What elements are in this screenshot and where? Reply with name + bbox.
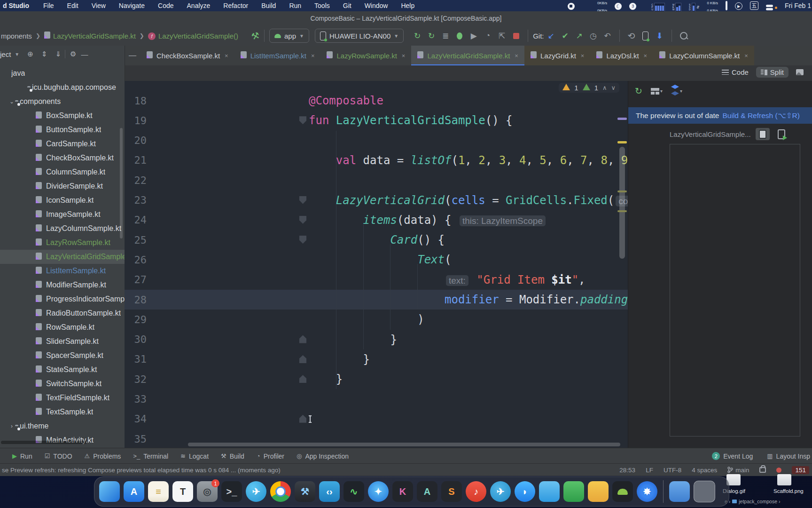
git-history-icon[interactable]: ◷ xyxy=(586,29,601,42)
menu-item-help[interactable]: Help xyxy=(401,2,414,9)
tab-listitemsample-kt[interactable]: ListItemSample.kt× xyxy=(234,46,321,65)
gradle-sync-icon[interactable]: ⟲ xyxy=(625,29,639,42)
dock-icon-downloads-folder[interactable] xyxy=(669,481,690,502)
tree-row-icu-bughub-app-compose[interactable]: icu.bughub.app.compose xyxy=(0,80,125,95)
tool-window-button-app-inspection[interactable]: ◎App Inspection xyxy=(297,452,349,460)
memory-meter[interactable]: MEM xyxy=(672,0,681,12)
sdk-manager-icon[interactable]: ⬇ xyxy=(653,29,667,42)
error-stripe-mark[interactable] xyxy=(617,190,627,192)
chevron-icon[interactable]: › xyxy=(8,423,15,429)
memory-indicator[interactable]: 151 xyxy=(792,466,809,474)
code-line-27[interactable]: 27 text: "Grid Item $it", xyxy=(125,270,628,290)
git-commit-button[interactable]: ✔ xyxy=(558,29,572,42)
tool-window-button-build[interactable]: ⚒Build xyxy=(221,452,244,460)
tool-window-button-run[interactable]: ▶Run xyxy=(12,452,32,460)
code-line-31[interactable]: 31 } xyxy=(125,349,628,369)
interactive-mode-button[interactable] xyxy=(756,128,770,140)
tree-scrollbar-vertical[interactable] xyxy=(120,128,123,238)
profiler-button[interactable]: ◔ xyxy=(481,29,495,42)
hide-tabs-icon[interactable]: — xyxy=(125,46,141,65)
dock-icon-finder[interactable] xyxy=(99,481,120,502)
menu-item-view[interactable]: View xyxy=(92,2,106,9)
run-tasks-icon[interactable]: ≣ xyxy=(438,29,453,42)
tab-split-view[interactable]: Split xyxy=(756,67,789,78)
tree-row-rowsample-kt[interactable]: RowSample.kt xyxy=(0,320,125,334)
tree-row-iconsample-kt[interactable]: IconSample.kt xyxy=(0,193,125,207)
tab-lazyverticalgridsample-kt[interactable]: LazyVerticalGridSample.kt× xyxy=(411,46,524,65)
dock-icon-iterm[interactable]: >_ xyxy=(221,481,242,502)
tree-row-lazyverticalgridsample-kt[interactable]: LazyVerticalGridSample.kt xyxy=(0,250,125,264)
file-thumbnail[interactable] xyxy=(777,474,791,485)
dock-icon-monitor-app[interactable]: ∿ xyxy=(344,481,364,502)
tree-row-radiobuttonsample-kt[interactable]: RadioButtonSample.kt xyxy=(0,306,125,320)
tree-row-mainactivity-kt[interactable]: MainActivity.kt xyxy=(0,433,125,447)
tree-row-boxsample-kt[interactable]: BoxSample.kt xyxy=(0,109,125,123)
line-separator[interactable]: LF xyxy=(646,467,653,474)
lock-icon[interactable] xyxy=(759,467,766,473)
gear-icon[interactable]: ⚙ xyxy=(70,50,76,58)
project-view-selector[interactable]: ject xyxy=(0,50,11,58)
tab-lazycolumnsample-kt[interactable]: LazyColumnSample.kt× xyxy=(653,46,754,65)
run-config-selector[interactable]: app ▼ xyxy=(269,29,309,43)
code-line-23[interactable]: 23 LazyVerticalGrid(cells = GridCells.Fi… xyxy=(125,190,628,210)
file-encoding[interactable]: UTF-8 xyxy=(664,467,681,474)
run-button[interactable]: ↻ xyxy=(410,29,424,42)
code-line-29[interactable]: 29 ) xyxy=(125,310,628,329)
tab-lazydsl-kt[interactable]: LazyDsl.kt× xyxy=(590,46,653,65)
code-line-28[interactable]: 28 modifier = Modifier.padding(8.dp) xyxy=(125,290,628,310)
tab-close-icon[interactable]: × xyxy=(581,52,585,59)
tree-row-imagesample-kt[interactable]: ImageSample.kt xyxy=(0,207,125,222)
hide-panel-icon[interactable]: — xyxy=(81,50,88,58)
error-stripe-mark[interactable] xyxy=(617,141,627,143)
tab-close-icon[interactable]: × xyxy=(225,52,228,59)
display-menu-icon[interactable] xyxy=(726,2,727,9)
git-update-button[interactable]: ↙ xyxy=(544,29,558,42)
code-line-33[interactable]: 33 xyxy=(125,389,628,409)
dock-icon-safari[interactable]: ✦ xyxy=(368,481,389,502)
editor-scrollbar-vertical[interactable] xyxy=(619,147,625,259)
desktop-file-label[interactable]: Scaffold.png xyxy=(773,488,804,494)
attach-debugger-icon[interactable]: ⇱ xyxy=(495,29,509,42)
locate-file-icon[interactable]: ⊕ xyxy=(27,50,33,58)
preview-layers-icon[interactable]: ▾ xyxy=(671,85,682,97)
tree-row-switchsample-kt[interactable]: SwitchSample.kt xyxy=(0,377,125,391)
code-line-21[interactable]: 21 val data = listOf(1, 2, 3, 4, 5, 6, 7… xyxy=(125,151,628,170)
dock-icon-trash[interactable] xyxy=(694,481,715,502)
menu-item-build[interactable]: Build xyxy=(261,2,276,9)
tree-row-ui-theme[interactable]: ›ui.theme xyxy=(0,419,125,433)
tree-row-columnsample-kt[interactable]: ColumnSample.kt xyxy=(0,165,125,179)
dock-icon-android-studio[interactable]: A xyxy=(417,481,437,502)
tree-row-textfieldsample-kt[interactable]: TextFieldSample.kt xyxy=(0,391,125,405)
tree-row-spacersample-kt[interactable]: SpacerSample.kt xyxy=(0,349,125,363)
build-refresh-link[interactable]: Build & Refresh (⌥⇧R) xyxy=(723,111,800,120)
tree-row-lazyrowsample-kt[interactable]: LazyRowSample.kt xyxy=(0,236,125,250)
code-editor[interactable]: 18@Composable19fun LazyVerticalGridSampl… xyxy=(125,81,628,448)
screen-record-icon[interactable] xyxy=(568,1,575,10)
expand-all-icon[interactable]: ⇕ xyxy=(41,50,47,58)
debug-button[interactable] xyxy=(453,29,467,42)
next-issue-icon[interactable]: ∨ xyxy=(611,84,616,91)
menu-item-refactor[interactable]: Refactor xyxy=(223,2,248,9)
menu-item-run[interactable]: Run xyxy=(289,2,301,9)
tree-row-lazycolumnsample-kt[interactable]: LazyColumnSample.kt xyxy=(0,222,125,236)
code-line-34[interactable]: 34 xyxy=(125,409,628,429)
tab-code-view[interactable]: Code xyxy=(717,67,753,78)
tool-window-button-problems[interactable]: ⚠Problems xyxy=(85,452,121,460)
tree-row-buttonsample-kt[interactable]: ButtonSample.kt xyxy=(0,123,125,137)
dock-icon-music-red[interactable]: ♪ xyxy=(466,481,486,502)
device-selector[interactable]: HUAWEI LIO-AN00 ▼ xyxy=(315,29,404,43)
stop-button[interactable] xyxy=(509,29,523,42)
dock-icon-textedit[interactable]: T xyxy=(172,481,193,502)
menu-item-navigate[interactable]: Navigate xyxy=(119,2,145,9)
menu-item-edit[interactable]: Edit xyxy=(67,2,78,9)
dock-icon-xcode[interactable]: ⚒ xyxy=(295,481,315,502)
breadcrumb-item[interactable]: mponents xyxy=(1,32,32,40)
dock-icon-telegram[interactable]: ✈ xyxy=(490,481,511,502)
git-branch-widget[interactable]: main xyxy=(727,467,749,474)
dock-icon-messenger-blue[interactable]: ✈ xyxy=(246,481,266,502)
tab-lazygrid-kt[interactable]: LazyGrid.kt× xyxy=(524,46,590,65)
error-stripe-mark[interactable] xyxy=(617,118,627,120)
breadcrumb-item[interactable]: LazyVerticalGridSample.kt xyxy=(53,32,136,40)
dock-icon-bird-blue[interactable] xyxy=(539,481,560,502)
code-line-22[interactable]: 22 xyxy=(125,170,628,190)
